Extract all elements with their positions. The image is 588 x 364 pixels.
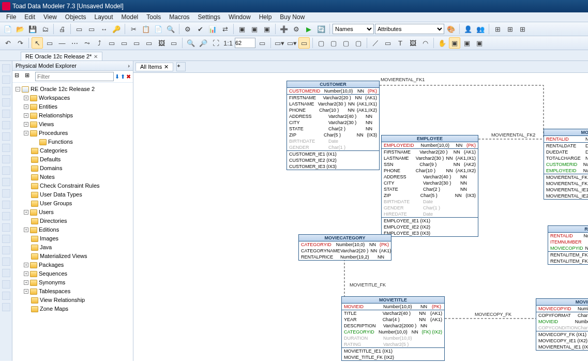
- stamp-tool[interactable]: ▭: [143, 37, 155, 49]
- rel4-tool[interactable]: ⤴: [94, 37, 105, 49]
- menu-buy-now[interactable]: Buy Now: [276, 12, 309, 22]
- style-button[interactable]: 🎨: [445, 23, 457, 35]
- cut-button[interactable]: ✂: [128, 23, 139, 35]
- zoom100-button[interactable]: 1:1: [222, 37, 234, 49]
- verify-button[interactable]: ✔: [194, 23, 206, 35]
- tree-item-tablespaces[interactable]: Tablespaces: [39, 287, 70, 296]
- find-button[interactable]: 🔍: [165, 23, 176, 35]
- vtool-8[interactable]: [2, 144, 10, 152]
- zoom-input[interactable]: [235, 38, 255, 48]
- rel3-tool[interactable]: ⤳: [81, 37, 93, 49]
- vtool-9[interactable]: [2, 155, 10, 163]
- rect-tool[interactable]: ▭: [382, 37, 394, 49]
- vtool-7[interactable]: [2, 132, 10, 141]
- expand-icon[interactable]: +: [24, 228, 28, 232]
- vtool-6[interactable]: [2, 121, 10, 129]
- note-tool[interactable]: ▭: [131, 37, 142, 49]
- tree-item-zone-maps[interactable]: Zone Maps: [40, 305, 68, 313]
- script-button[interactable]: ⚙: [182, 23, 193, 35]
- pointer-tool[interactable]: ↖: [32, 37, 43, 49]
- line-tool[interactable]: ／: [370, 37, 381, 49]
- entity-movietitle[interactable]: MOVIETITLEMOVIEIDNumber(10,0)NN(PK)TITLE…: [341, 296, 445, 361]
- root-label[interactable]: RE Oracle 12c Release 2: [31, 85, 95, 94]
- menu-macros[interactable]: Macros: [165, 12, 193, 22]
- rel2-tool[interactable]: ⋯: [69, 37, 80, 49]
- entity-customer[interactable]: CUSTOMERCUSTOMERIDNumber(10,0)NN(PK)FIRS…: [287, 81, 380, 170]
- close-icon[interactable]: ✕: [94, 54, 98, 59]
- arrow-down-icon[interactable]: ⬇: [115, 73, 119, 80]
- tree-item-check-constraint-rules[interactable]: Check Constraint Rules: [40, 181, 100, 190]
- zoomsel-button[interactable]: ▭: [257, 37, 268, 49]
- menu-help[interactable]: Help: [255, 12, 276, 22]
- show3-button[interactable]: ▣: [474, 37, 485, 49]
- text-tool[interactable]: T: [395, 37, 406, 49]
- expand-icon[interactable]: +: [24, 131, 28, 135]
- expand-icon[interactable]: +: [24, 104, 28, 109]
- tree-item-notes[interactable]: Notes: [40, 173, 55, 181]
- sel2-tool[interactable]: ▭: [118, 37, 130, 49]
- layer1-button[interactable]: ▭▾: [274, 37, 285, 49]
- opt3-button[interactable]: ▢: [340, 37, 352, 49]
- play-button[interactable]: ▶: [303, 23, 314, 35]
- add-button[interactable]: ➕: [278, 23, 290, 35]
- tree-item-users[interactable]: Users: [39, 208, 54, 217]
- tree-item-views[interactable]: Views: [39, 120, 54, 129]
- vtool-21[interactable]: [2, 292, 10, 300]
- refresh-button[interactable]: 🔄: [315, 23, 327, 35]
- opt1-button[interactable]: ▢: [315, 37, 327, 49]
- vtool-22[interactable]: [2, 303, 10, 311]
- menu-view[interactable]: View: [39, 12, 61, 22]
- delete-icon[interactable]: ✖: [126, 73, 131, 80]
- tree-item-packages[interactable]: Packages: [39, 261, 64, 269]
- tree-item-editions[interactable]: Editions: [39, 225, 59, 234]
- tree-item-synonyms[interactable]: Synonyms: [39, 278, 65, 287]
- menu-tools[interactable]: Tools: [142, 12, 165, 22]
- tree-item-procedures[interactable]: Procedures: [39, 129, 68, 138]
- vtool-19[interactable]: [2, 269, 10, 277]
- canvas[interactable]: MOVIERENTAL_FK1 MOVIERENTAL_FK2 RENTALIT…: [133, 73, 588, 361]
- filter-input[interactable]: [35, 72, 114, 81]
- menu-edit[interactable]: Edit: [20, 12, 39, 22]
- tree-btn2[interactable]: ⊞: [25, 72, 34, 81]
- saveall-button[interactable]: 🗂: [39, 23, 51, 35]
- tree-item-workspaces[interactable]: Workspaces: [39, 94, 70, 102]
- chevron-right-icon[interactable]: ›: [128, 63, 130, 69]
- vtool-5[interactable]: [2, 110, 10, 118]
- vtool-2[interactable]: [2, 75, 10, 84]
- vtool-15[interactable]: [2, 223, 10, 232]
- layer3-button[interactable]: ▭: [298, 37, 310, 49]
- menu-model[interactable]: Model: [117, 12, 143, 22]
- expand-icon[interactable]: +: [24, 271, 28, 276]
- vtool-16[interactable]: [2, 235, 10, 243]
- vtool-1[interactable]: [2, 64, 10, 72]
- tree-item-user-groups[interactable]: User Groups: [40, 199, 72, 208]
- tree-item-entities[interactable]: Entities: [39, 102, 57, 111]
- key-tool[interactable]: 🔑: [111, 23, 122, 35]
- rel1-tool[interactable]: —: [56, 37, 68, 49]
- hand-tool[interactable]: ✋: [436, 37, 448, 49]
- entity-rentalitem[interactable]: RENTALITEMRENTALIDNumber(10,0)NN(PFK) (I…: [548, 225, 588, 265]
- tree-item-relationships[interactable]: Relationships: [39, 111, 73, 120]
- doc-tab[interactable]: RE Oracle 12c Release 2* ✕: [21, 52, 102, 60]
- vtool-17[interactable]: [2, 246, 10, 254]
- ent-tool[interactable]: ▭: [44, 37, 55, 49]
- expand-icon[interactable]: +: [24, 263, 28, 267]
- img-tool[interactable]: 🖼: [156, 37, 167, 49]
- vtool-4[interactable]: [2, 98, 10, 107]
- tree-item-user-data-types[interactable]: User Data Types: [40, 190, 82, 199]
- expand-icon[interactable]: +: [24, 96, 28, 100]
- entity-tool[interactable]: ▭: [73, 23, 85, 35]
- tree-item-directories[interactable]: Directories: [40, 217, 67, 225]
- arrow-up-icon[interactable]: ⬆: [120, 73, 125, 80]
- new-button[interactable]: 📄: [2, 23, 13, 35]
- pic-tool[interactable]: 🖼: [407, 37, 418, 49]
- grp-tool[interactable]: ▭: [168, 37, 179, 49]
- compare-button[interactable]: ⇄: [219, 23, 231, 35]
- undo-button[interactable]: ↶: [2, 37, 13, 49]
- show1-button[interactable]: ▣: [449, 37, 460, 49]
- save-button[interactable]: 💾: [27, 23, 38, 35]
- print-button[interactable]: 🖨: [56, 23, 68, 35]
- tree-item-java[interactable]: Java: [40, 243, 52, 252]
- menu-file[interactable]: File: [2, 12, 20, 22]
- add-tab-button[interactable]: +: [176, 62, 186, 71]
